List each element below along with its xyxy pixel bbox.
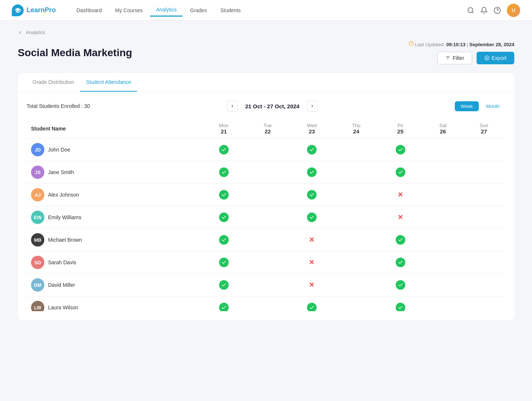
nav-students[interactable]: Students	[214, 4, 246, 16]
attendance-mon	[201, 251, 247, 274]
student-name: Michael Brown	[48, 237, 82, 243]
attendance-fri	[377, 251, 423, 274]
attendance-wed	[289, 139, 335, 161]
svg-line-1	[472, 11, 474, 13]
last-updated-date: September 28, 2024	[470, 42, 514, 47]
logo[interactable]: LearnPro	[12, 4, 56, 16]
user-avatar[interactable]: U	[507, 4, 520, 17]
search-icon	[467, 7, 474, 14]
prev-week-button[interactable]	[227, 101, 238, 112]
student-avatar: MB	[31, 233, 44, 247]
attendance-thu	[335, 184, 377, 206]
attendance-mon	[201, 139, 247, 161]
header-actions: Filter Export	[437, 52, 514, 64]
attendance-table-wrapper[interactable]: Student Name Mon 21 Tue 22 Wed	[27, 119, 505, 311]
student-avatar: JS	[31, 166, 44, 179]
attendance-sat	[423, 229, 463, 251]
student-cell: AJ Alex Johnson	[27, 184, 201, 206]
col-sat: Sat 26	[423, 119, 463, 139]
attendance-sat	[423, 161, 463, 184]
attendance-sun	[463, 161, 505, 184]
export-button[interactable]: Export	[477, 52, 514, 64]
nav-grades[interactable]: Grades	[184, 4, 213, 16]
student-avatar: AJ	[31, 188, 44, 201]
last-updated: Last Updated: 09:10:13 | September 28, 2…	[409, 41, 514, 47]
student-avatar: DM	[31, 278, 44, 292]
attendance-sun	[463, 251, 505, 274]
attendance-wed	[289, 206, 335, 229]
table-header: Student Name Mon 21 Tue 22 Wed	[27, 119, 505, 139]
student-avatar: SD	[31, 256, 44, 269]
main-content: Analytics Social Media Marketing Last Up…	[0, 21, 532, 329]
svg-point-0	[468, 7, 473, 12]
student-name: John Doe	[48, 147, 70, 153]
table-row: MB Michael Brown ✕	[27, 229, 505, 251]
logo-text: LearnPro	[27, 6, 56, 14]
col-student-name: Student Name	[27, 119, 201, 139]
filter-button[interactable]: Filter	[437, 52, 472, 64]
breadcrumb-analytics[interactable]: Analytics	[26, 30, 45, 35]
attendance-content: Total Students Enrolled : 30 21 Oct - 27…	[18, 92, 514, 320]
enrolled-count: Total Students Enrolled : 30	[27, 103, 90, 109]
student-cell: DM David Miller	[27, 274, 201, 296]
attendance-tue	[247, 139, 289, 161]
notifications-button[interactable]	[480, 7, 488, 14]
tab-student-attendance[interactable]: Student Attendance	[80, 73, 137, 92]
view-toggle: Week Month	[455, 101, 505, 111]
student-name: Emily Williams	[48, 214, 81, 220]
next-week-button[interactable]	[307, 101, 318, 112]
table-row: JS Jane Smith	[27, 161, 505, 184]
nav-analytics[interactable]: Analytics	[150, 4, 183, 17]
analytics-card: Grade Distribution Student Attendance To…	[18, 73, 514, 320]
attendance-fri	[377, 274, 423, 296]
student-cell: MB Michael Brown	[27, 229, 201, 251]
present-icon	[307, 213, 317, 222]
present-icon	[219, 167, 229, 177]
attendance-tue	[247, 184, 289, 206]
attendance-thu	[335, 229, 377, 251]
nav-my-courses[interactable]: My Courses	[109, 4, 149, 16]
present-icon	[219, 190, 229, 200]
tab-grade-distribution[interactable]: Grade Distribution	[27, 73, 80, 92]
month-view-button[interactable]: Month	[480, 101, 505, 111]
attendance-mon	[201, 206, 247, 229]
attendance-fri	[377, 161, 423, 184]
attendance-sun	[463, 184, 505, 206]
present-icon	[307, 145, 317, 154]
attendance-thu	[335, 296, 377, 312]
student-name: Sarah Davis	[48, 259, 76, 265]
attendance-fri	[377, 139, 423, 161]
student-avatar: JD	[31, 143, 44, 156]
breadcrumb: Analytics	[18, 30, 514, 35]
present-icon	[219, 145, 229, 154]
attendance-wed	[289, 161, 335, 184]
search-button[interactable]	[467, 7, 474, 14]
attendance-tue	[247, 229, 289, 251]
attendance-sun	[463, 229, 505, 251]
week-view-button[interactable]: Week	[455, 101, 479, 111]
student-cell: EW Emily Williams	[27, 206, 201, 229]
attendance-table: Student Name Mon 21 Tue 22 Wed	[27, 119, 505, 311]
help-icon	[494, 7, 501, 14]
attendance-fri: ✕	[377, 206, 423, 229]
present-icon	[396, 303, 405, 311]
student-cell: JS Jane Smith	[27, 161, 201, 184]
absent-icon: ✕	[396, 190, 405, 200]
nav-dashboard[interactable]: Dashboard	[71, 4, 108, 16]
present-icon	[396, 258, 405, 267]
present-icon	[396, 145, 405, 154]
table-row: SD Sarah Davis ✕	[27, 251, 505, 274]
filter-label: Filter	[453, 55, 464, 61]
present-icon	[219, 280, 229, 290]
clock-icon	[409, 41, 414, 46]
last-updated-time: 09:10:13	[446, 42, 466, 47]
absent-icon: ✕	[307, 258, 317, 267]
student-cell: JD John Doe	[27, 139, 201, 161]
table-row: LW Laura Wilson	[27, 296, 505, 312]
help-button[interactable]	[494, 7, 501, 14]
filter-icon	[445, 55, 450, 61]
attendance-thu	[335, 161, 377, 184]
attendance-sat	[423, 251, 463, 274]
present-icon	[396, 280, 405, 290]
table-row: JD John Doe	[27, 139, 505, 161]
